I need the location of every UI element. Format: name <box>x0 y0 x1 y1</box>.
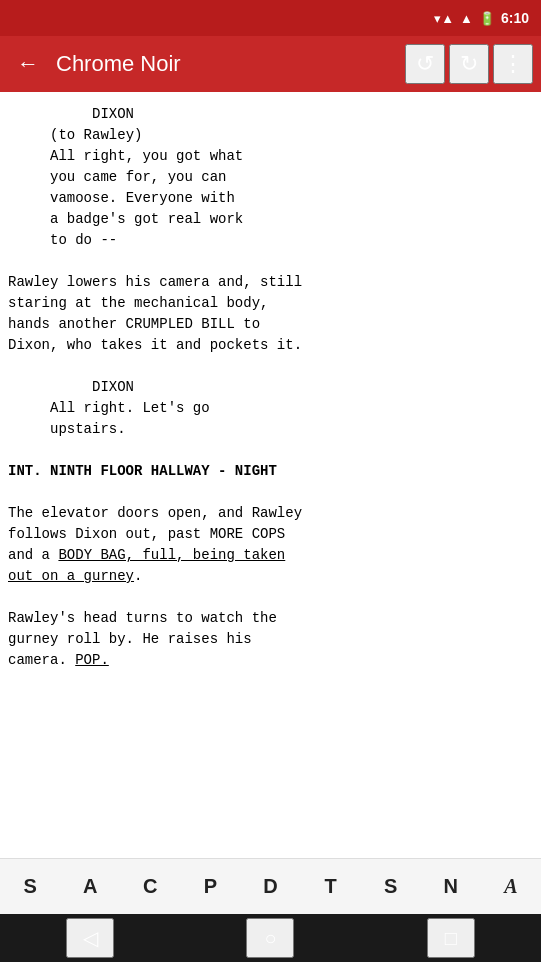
key-t[interactable]: T <box>307 867 355 907</box>
key-s2[interactable]: S <box>367 867 415 907</box>
key-a[interactable]: A <box>66 867 114 907</box>
battery-icon: 🔋 <box>479 11 495 26</box>
wifi-icon: ▲ <box>460 11 473 26</box>
key-n[interactable]: N <box>427 867 475 907</box>
nav-recents-button[interactable]: □ <box>427 918 475 958</box>
more-button[interactable]: ⋮ <box>493 44 533 84</box>
undo-icon: ↺ <box>416 51 434 77</box>
toolbar-right: ↺ ↻ ⋮ <box>405 44 533 84</box>
nav-home-button[interactable]: ○ <box>246 918 294 958</box>
key-a-italic[interactable]: A <box>487 867 535 907</box>
content-area: DIXON (to Rawley) All right, you got wha… <box>0 92 541 858</box>
nav-recents-icon: □ <box>445 927 457 950</box>
back-button[interactable]: ← <box>8 44 48 84</box>
status-bar: ▾▲ ▲ 🔋 6:10 <box>0 0 541 36</box>
key-d[interactable]: D <box>246 867 294 907</box>
nav-bar: ◁ ○ □ <box>0 914 541 962</box>
more-icon: ⋮ <box>502 51 524 77</box>
redo-button[interactable]: ↻ <box>449 44 489 84</box>
nav-home-icon: ○ <box>264 927 276 950</box>
bottom-toolbar: S A C P D T S N A <box>0 858 541 914</box>
key-c[interactable]: C <box>126 867 174 907</box>
key-p[interactable]: P <box>186 867 234 907</box>
status-time: 6:10 <box>501 10 529 26</box>
key-s1[interactable]: S <box>6 867 54 907</box>
app-title: Chrome Noir <box>56 51 397 77</box>
app-bar: ← Chrome Noir ↺ ↻ ⋮ <box>0 36 541 92</box>
nav-back-button[interactable]: ◁ <box>66 918 114 958</box>
redo-icon: ↻ <box>460 51 478 77</box>
signal-icon: ▾▲ <box>434 11 454 26</box>
undo-button[interactable]: ↺ <box>405 44 445 84</box>
nav-back-icon: ◁ <box>83 926 98 950</box>
screenplay-text: DIXON (to Rawley) All right, you got wha… <box>8 104 533 671</box>
